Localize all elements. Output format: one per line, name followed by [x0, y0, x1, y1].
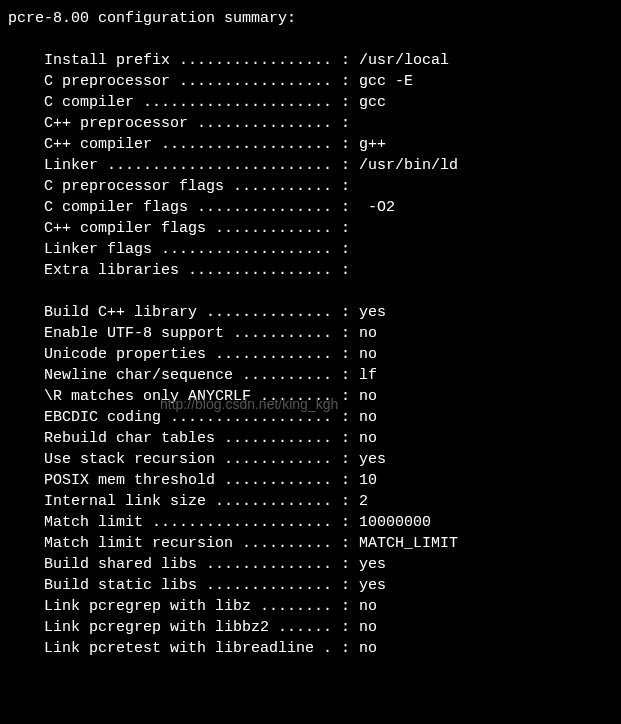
config-label: POSIX mem threshold ............ : — [44, 472, 359, 489]
config-row: Newline char/sequence .......... : lf — [44, 365, 613, 386]
config-row: Extra libraries ................ : — [44, 260, 613, 281]
config-label: C preprocessor flags ........... : — [44, 178, 359, 195]
config-label: Match limit recursion .......... : — [44, 535, 359, 552]
config-value: no — [359, 346, 377, 363]
config-label: Build shared libs .............. : — [44, 556, 359, 573]
config-label: C preprocessor ................. : — [44, 73, 359, 90]
config-row: C compiler ..................... : gcc — [44, 92, 613, 113]
config-row: Link pcregrep with libz ........ : no — [44, 596, 613, 617]
config-label: C compiler flags ............... : — [44, 199, 359, 216]
config-value: no — [359, 640, 377, 657]
config-row: Link pcregrep with libbz2 ...... : no — [44, 617, 613, 638]
config-label: Internal link size ............. : — [44, 493, 359, 510]
config-row: C++ compiler ................... : g++ — [44, 134, 613, 155]
config-value: /usr/bin/ld — [359, 157, 458, 174]
config-row: C preprocessor ................. : gcc -… — [44, 71, 613, 92]
config-value: yes — [359, 556, 386, 573]
config-row: Enable UTF-8 support ........... : no — [44, 323, 613, 344]
config-label: C compiler ..................... : — [44, 94, 359, 111]
config-label: Use stack recursion ............ : — [44, 451, 359, 468]
config-row: Internal link size ............. : 2 — [44, 491, 613, 512]
config-label: EBCDIC coding .................. : — [44, 409, 359, 426]
config-value: no — [359, 598, 377, 615]
config-label: Link pcregrep with libbz2 ...... : — [44, 619, 359, 636]
config-label: C++ compiler ................... : — [44, 136, 359, 153]
config-label: Linker flags ................... : — [44, 241, 359, 258]
config-label: Build static libs .............. : — [44, 577, 359, 594]
config-label: C++ preprocessor ............... : — [44, 115, 359, 132]
config-row: Link pcretest with libreadline . : no — [44, 638, 613, 659]
config-row: Install prefix ................. : /usr/… — [44, 50, 613, 71]
config-row: Build C++ library .............. : yes — [44, 302, 613, 323]
config-row: POSIX mem threshold ............ : 10 — [44, 470, 613, 491]
section-gap — [8, 281, 613, 302]
config-header: pcre-8.00 configuration summary: — [8, 8, 613, 29]
config-value: no — [359, 388, 377, 405]
config-label: Install prefix ................. : — [44, 52, 359, 69]
config-row: EBCDIC coding .................. : no — [44, 407, 613, 428]
config-value: 10 — [359, 472, 377, 489]
config-value: no — [359, 409, 377, 426]
config-row: Build shared libs .............. : yes — [44, 554, 613, 575]
config-row: Match limit .................... : 10000… — [44, 512, 613, 533]
config-label: Link pcretest with libreadline . : — [44, 640, 359, 657]
config-row: C++ compiler flags ............. : — [44, 218, 613, 239]
config-value: 2 — [359, 493, 368, 510]
config-value: yes — [359, 577, 386, 594]
config-row: Use stack recursion ............ : yes — [44, 449, 613, 470]
config-label: \R matches only ANYCRLF ........ : — [44, 388, 359, 405]
config-label: Newline char/sequence .......... : — [44, 367, 359, 384]
config-value: no — [359, 430, 377, 447]
config-value: MATCH_LIMIT — [359, 535, 458, 552]
config-label: Extra libraries ................ : — [44, 262, 359, 279]
config-row: C preprocessor flags ........... : — [44, 176, 613, 197]
config-label: Match limit .................... : — [44, 514, 359, 531]
config-label: Build C++ library .............. : — [44, 304, 359, 321]
config-value: 10000000 — [359, 514, 431, 531]
config-row: Unicode properties ............. : no — [44, 344, 613, 365]
config-value: yes — [359, 451, 386, 468]
config-row: Linker ......................... : /usr/… — [44, 155, 613, 176]
config-label: Linker ......................... : — [44, 157, 359, 174]
config-row: C++ preprocessor ............... : — [44, 113, 613, 134]
config-row: Linker flags ................... : — [44, 239, 613, 260]
config-label: C++ compiler flags ............. : — [44, 220, 359, 237]
config-row: C compiler flags ............... : -O2 — [44, 197, 613, 218]
config-value: no — [359, 619, 377, 636]
config-row: Match limit recursion .......... : MATCH… — [44, 533, 613, 554]
config-row: Rebuild char tables ............ : no — [44, 428, 613, 449]
config-value: gcc -E — [359, 73, 413, 90]
config-value: yes — [359, 304, 386, 321]
config-label: Rebuild char tables ............ : — [44, 430, 359, 447]
config-value: g++ — [359, 136, 386, 153]
config-section-1: Install prefix ................. : /usr/… — [8, 50, 613, 281]
config-section-2: Build C++ library .............. : yesEn… — [8, 302, 613, 659]
config-value: no — [359, 325, 377, 342]
config-value: gcc — [359, 94, 386, 111]
config-label: Unicode properties ............. : — [44, 346, 359, 363]
config-label: Link pcregrep with libz ........ : — [44, 598, 359, 615]
config-row: Build static libs .............. : yes — [44, 575, 613, 596]
config-value: lf — [359, 367, 377, 384]
config-label: Enable UTF-8 support ........... : — [44, 325, 359, 342]
config-value: /usr/local — [359, 52, 449, 69]
config-value: -O2 — [359, 199, 395, 216]
config-row: \R matches only ANYCRLF ........ : no — [44, 386, 613, 407]
